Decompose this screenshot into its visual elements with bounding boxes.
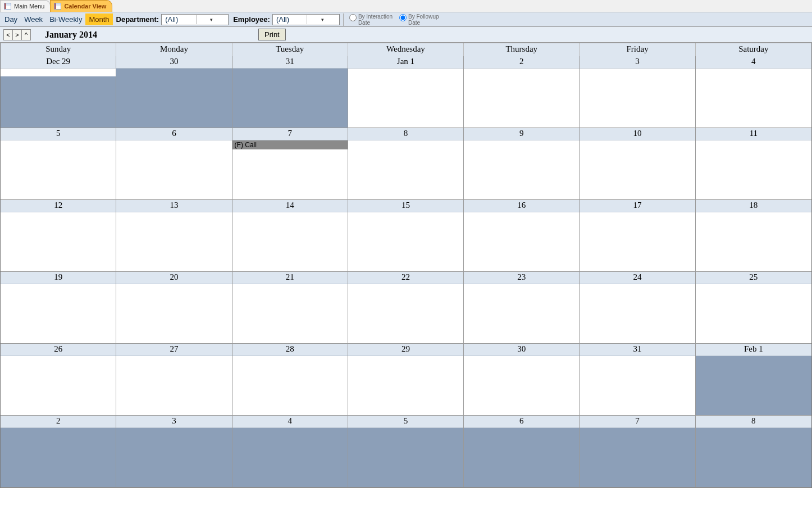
calendar-cell[interactable]: 8 [348,128,464,200]
calendar-cell[interactable]: 3 [116,416,232,488]
calendar-cell[interactable]: Feb 1 [696,344,811,416]
calendar-cell[interactable]: 22 [348,272,464,344]
radio-by-followup[interactable]: By FollowupDate [399,13,439,26]
calendar-cell[interactable]: 7(F) Call [232,128,348,200]
cell-body[interactable] [464,140,579,199]
calendar-cell[interactable]: 20 [116,272,232,344]
cell-body[interactable] [348,69,463,128]
calendar-cell[interactable]: 11 [696,128,811,200]
department-dropdown[interactable]: (All) ▾ [161,14,229,25]
cell-body[interactable] [580,69,695,128]
radio-by-interaction[interactable]: By InteractionDate [349,13,393,26]
calendar-cell[interactable]: 27 [116,344,232,416]
cell-body[interactable] [464,428,579,487]
calendar-cell[interactable]: 6 [464,416,580,488]
cell-body[interactable] [232,284,348,343]
cell-body[interactable] [1,140,116,199]
view-month-button[interactable]: Month [85,13,112,25]
calendar-cell[interactable]: 9 [464,128,580,200]
next-month-button[interactable]: > [12,29,22,40]
calendar-cell[interactable]: 5 [1,128,116,200]
cell-body[interactable] [348,356,463,415]
prev-month-button[interactable]: < [3,29,13,40]
cell-body[interactable]: (F) Call [232,140,348,199]
print-button[interactable]: Print [258,29,286,40]
radio-input[interactable] [349,14,357,21]
calendar-cell[interactable]: 6 [116,128,232,200]
calendar-cell[interactable]: 25 [696,272,811,344]
cell-body[interactable] [348,212,463,271]
calendar-cell[interactable]: 2 [464,56,580,128]
cell-body[interactable] [1,69,116,128]
view-biweekly-button[interactable]: Bi-Weekly [46,13,85,25]
calendar-cell[interactable]: 29 [348,344,464,416]
cell-body[interactable] [580,356,695,415]
calendar-cell[interactable]: 4 [232,416,348,488]
calendar-cell[interactable]: 13 [116,200,232,272]
calendar-cell[interactable]: 16 [464,200,580,272]
cell-body[interactable] [116,69,231,128]
tab-main-menu[interactable]: Main Menu [0,0,51,12]
employee-dropdown[interactable]: (All) ▾ [272,14,340,25]
calendar-cell[interactable]: 24 [580,272,695,344]
cell-body[interactable] [116,356,231,415]
cell-body[interactable] [232,69,348,128]
cell-body[interactable] [116,140,231,199]
cell-body[interactable] [580,284,695,343]
cell-body[interactable] [464,356,579,415]
cell-body[interactable] [1,356,116,415]
cell-body[interactable] [1,428,116,487]
calendar-cell[interactable]: 12 [1,200,116,272]
cell-body[interactable] [116,284,231,343]
cell-body[interactable] [580,428,695,487]
calendar-cell[interactable]: 31 [580,344,695,416]
calendar-cell[interactable]: 15 [348,200,464,272]
up-button[interactable]: ^ [21,29,31,40]
calendar-cell[interactable]: 8 [696,416,811,488]
calendar-cell[interactable]: 17 [580,200,695,272]
calendar-cell[interactable]: 18 [696,200,811,272]
calendar-cell[interactable]: 31 [232,56,348,128]
calendar-cell[interactable]: Jan 1 [348,56,464,128]
calendar-cell[interactable]: 26 [1,344,116,416]
cell-body[interactable] [696,284,811,343]
cell-body[interactable] [464,212,579,271]
cell-body[interactable] [1,284,116,343]
cell-body[interactable] [116,428,231,487]
cell-body[interactable] [464,284,579,343]
cell-body[interactable] [232,428,348,487]
calendar-cell[interactable]: 28 [232,344,348,416]
cell-body[interactable] [348,284,463,343]
cell-body[interactable] [232,356,348,415]
cell-body[interactable] [348,140,463,199]
cell-body[interactable] [348,428,463,487]
calendar-cell[interactable]: 30 [116,56,232,128]
cell-body[interactable] [1,212,116,271]
view-week-button[interactable]: Week [21,13,46,25]
radio-input[interactable] [399,14,407,21]
calendar-cell[interactable]: 23 [464,272,580,344]
calendar-cell[interactable]: 14 [232,200,348,272]
calendar-cell[interactable]: 10 [580,128,695,200]
cell-body[interactable] [696,140,811,199]
view-day-button[interactable]: Day [1,13,21,25]
calendar-cell[interactable]: 5 [348,416,464,488]
cell-body[interactable] [464,69,579,128]
cell-body[interactable] [116,212,231,271]
calendar-cell[interactable]: 4 [696,56,811,128]
calendar-cell[interactable]: 30 [464,344,580,416]
cell-body[interactable] [696,428,811,487]
calendar-cell[interactable]: 21 [232,272,348,344]
calendar-cell[interactable]: Dec 29 [1,56,116,128]
cell-body[interactable] [580,140,695,199]
cell-body[interactable] [696,356,811,415]
cell-body[interactable] [232,212,348,271]
calendar-event[interactable]: (F) Call [232,140,348,149]
cell-body[interactable] [696,212,811,271]
tab-calendar-view[interactable]: Calendar View [50,0,112,12]
cell-body[interactable] [580,212,695,271]
calendar-cell[interactable]: 2 [1,416,116,488]
calendar-cell[interactable]: 3 [580,56,695,128]
cell-body[interactable] [696,69,811,128]
calendar-cell[interactable]: 7 [580,416,695,488]
